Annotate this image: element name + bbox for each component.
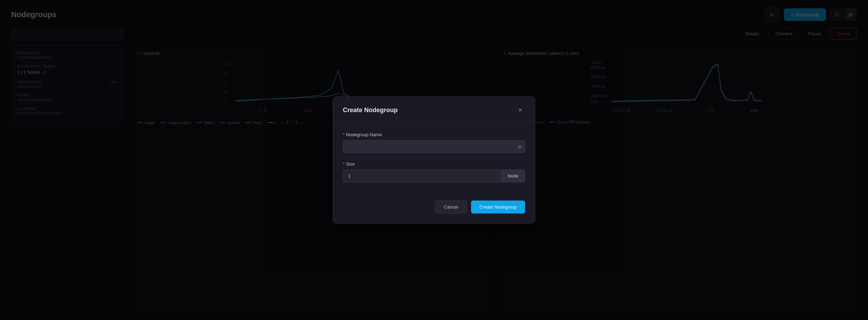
input-clear-icon[interactable]: ⊗ bbox=[517, 144, 522, 150]
required-star-size: * bbox=[343, 161, 345, 167]
nodegroup-name-field: * Nodegroup Name ⊗ bbox=[343, 132, 525, 153]
required-star-name: * bbox=[343, 132, 345, 137]
nodegroup-name-wrapper: ⊗ bbox=[343, 140, 525, 153]
size-label: * Size bbox=[343, 161, 525, 167]
modal-body: * Nodegroup Name ⊗ * Size Node bbox=[333, 122, 535, 201]
size-field: * Size Node bbox=[343, 161, 525, 182]
modal-title: Create Nodegroup bbox=[343, 107, 398, 114]
modal-header: Create Nodegroup × bbox=[333, 97, 535, 122]
size-input[interactable] bbox=[343, 169, 501, 182]
modal-footer: Cancel Create Nodegroup bbox=[333, 201, 535, 223]
modal-close-button[interactable]: × bbox=[515, 105, 525, 115]
modal-backdrop[interactable]: Create Nodegroup × * Nodegroup Name ⊗ * … bbox=[0, 0, 868, 320]
cancel-button[interactable]: Cancel bbox=[435, 201, 467, 213]
size-row: Node bbox=[343, 169, 525, 182]
size-unit: Node bbox=[501, 169, 525, 182]
create-nodegroup-button[interactable]: Create Nodegroup bbox=[471, 201, 525, 213]
nodegroup-name-input[interactable] bbox=[343, 140, 525, 153]
nodegroup-name-label: * Nodegroup Name bbox=[343, 132, 525, 137]
create-nodegroup-modal: Create Nodegroup × * Nodegroup Name ⊗ * … bbox=[333, 96, 535, 224]
